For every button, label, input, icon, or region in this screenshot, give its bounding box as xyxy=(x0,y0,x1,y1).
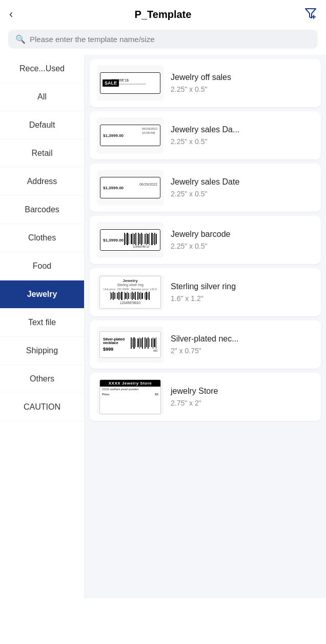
template-info: jewelry Store 2.75" x 2" xyxy=(171,387,314,407)
sidebar-item-others[interactable]: Others xyxy=(0,365,84,393)
template-card[interactable]: XXXX Jewelry Store 21D2 welfare pearl po… xyxy=(90,373,321,421)
tag-decoration: 00'666€'1$ xyxy=(97,75,159,90)
header: ‹ P_Template xyxy=(0,0,326,27)
silver-necklace-thumb: Silver-plated necklace $999 486 xyxy=(99,331,161,358)
template-size: 2.25" x 0.5" xyxy=(171,190,314,198)
template-name: Jewelry barcode xyxy=(171,230,314,239)
template-card[interactable]: $1,3999.00 06/29/2022 Jewelry sales Date… xyxy=(90,164,321,212)
template-size: 2.25" x 0.5" xyxy=(171,137,314,146)
template-thumbnail: XXXX Jewelry Store 21D2 welfare pearl po… xyxy=(97,379,164,415)
template-size: 1.6" x 1.2" xyxy=(171,294,314,303)
sidebar-item-address[interactable]: Address xyxy=(0,168,84,196)
template-card[interactable]: $1,3999.00 123456789 10 Jewelry ba xyxy=(90,216,321,264)
template-thumbnail: SALE 00'666€'1$ xyxy=(97,65,164,101)
sidebar-item-caution[interactable]: CAUTION xyxy=(0,393,84,421)
sidebar: Rece...Used All Default Retail Address B… xyxy=(0,55,85,598)
svg-text:00'666€'1$: 00'666€'1$ xyxy=(111,78,129,82)
sidebar-item-clothes[interactable]: Clothes xyxy=(0,224,84,252)
template-card[interactable]: $1,3999.00 06/29/202210:08 AM Jewelry sa… xyxy=(90,111,321,159)
template-list: SALE 00'666€'1$ Jewelry off sales 2.25" … xyxy=(85,55,326,598)
template-thumbnail: Silver-plated necklace $999 486 xyxy=(97,327,164,363)
sidebar-item-jewelry[interactable]: Jewelry xyxy=(0,280,84,309)
template-card[interactable]: Silver-plated necklace $999 486 xyxy=(90,320,321,369)
sidebar-item-food[interactable]: Food xyxy=(0,252,84,280)
template-card[interactable]: Jewelry Sterling silver ring Unit price:… xyxy=(90,268,321,316)
template-info: Jewelry sales Date 2.25" x 0.5" xyxy=(171,177,314,198)
sidebar-item-recently-used[interactable]: Rece...Used xyxy=(0,55,84,83)
search-bar: 🔍 xyxy=(8,30,318,49)
filter-icon xyxy=(304,7,317,22)
template-thumbnail: $1,3999.00 06/29/2022 xyxy=(97,170,164,206)
sidebar-item-text-file[interactable]: Text file xyxy=(0,309,84,337)
sidebar-item-barcodes[interactable]: Barcodes xyxy=(0,196,84,224)
template-name: jewelry Store xyxy=(171,387,314,396)
template-thumbnail: $1,3999.00 123456789 10 xyxy=(97,222,164,258)
main-layout: Rece...Used All Default Retail Address B… xyxy=(0,55,326,598)
template-card[interactable]: SALE 00'666€'1$ Jewelry off sales 2.25" … xyxy=(90,59,321,107)
sidebar-item-shipping[interactable]: Shipping xyxy=(0,337,84,365)
sterling-thumb: Jewelry Sterling silver ring Unit price:… xyxy=(99,276,161,309)
sidebar-item-retail[interactable]: Retail xyxy=(0,139,84,168)
template-name: Jewelry sales Da... xyxy=(171,125,314,134)
template-info: Silver-plated nec... 2" x 0.75" xyxy=(171,334,314,355)
template-size: 2" x 0.75" xyxy=(171,347,314,355)
template-thumbnail: Jewelry Sterling silver ring Unit price:… xyxy=(97,274,164,310)
filter-button[interactable] xyxy=(301,7,317,22)
template-info: Sterling silver ring 1.6" x 1.2" xyxy=(171,282,314,303)
template-name: Jewelry off sales xyxy=(171,73,314,82)
template-info: Jewelry off sales 2.25" x 0.5" xyxy=(171,73,314,93)
template-size: 2.25" x 0.5" xyxy=(171,85,314,93)
template-info: Jewelry barcode 2.25" x 0.5" xyxy=(171,230,314,250)
jewelry-store-thumb: XXXX Jewelry Store 21D2 welfare pearl po… xyxy=(99,379,161,414)
page-title: P_Template xyxy=(25,9,301,21)
barcode-visual: 123456789 10 xyxy=(124,233,158,248)
sidebar-item-default[interactable]: Default xyxy=(0,111,84,139)
sidebar-item-all[interactable]: All xyxy=(0,83,84,111)
search-input[interactable] xyxy=(30,35,311,44)
template-name: Sterling silver ring xyxy=(171,282,314,291)
template-name: Jewelry sales Date xyxy=(171,177,314,187)
back-button[interactable]: ‹ xyxy=(9,8,25,21)
template-thumbnail: $1,3999.00 06/29/202210:08 AM xyxy=(97,117,164,153)
template-name: Silver-plated nec... xyxy=(171,334,314,344)
template-size: 2.25" x 0.5" xyxy=(171,242,314,250)
template-size: 2.75" x 2" xyxy=(171,399,314,407)
search-icon: 🔍 xyxy=(15,34,26,44)
template-info: Jewelry sales Da... 2.25" x 0.5" xyxy=(171,125,314,146)
